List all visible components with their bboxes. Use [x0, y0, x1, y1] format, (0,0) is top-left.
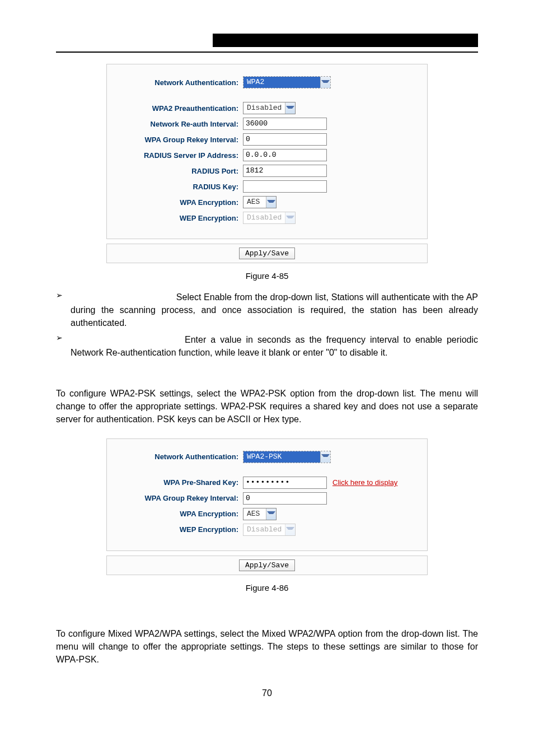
paragraph-wpa2psk: To configure WPA2-PSK settings, select t…	[56, 387, 478, 426]
input-radius-port[interactable]: 1812	[243, 165, 327, 177]
bullet-text: Network Re-auth Interval: Enter a value …	[71, 333, 478, 359]
chevron-down-icon	[285, 524, 295, 535]
input-group-rekey-2[interactable]: 0	[243, 492, 327, 505]
input-psk[interactable]: •••••••••	[243, 477, 327, 489]
select-wpa-encryption-2-value: AES	[243, 508, 266, 520]
select-wpa2-preauth[interactable]: Disabled	[243, 102, 296, 114]
apply-save-button-2[interactable]: Apply/Save	[239, 559, 295, 571]
chevron-down-icon	[320, 451, 330, 463]
section-heading-wpa2psk: 5. WPA2-PSK	[56, 365, 116, 375]
select-network-auth-2[interactable]: WPA2-PSK	[243, 451, 331, 463]
bullet-wpa2-preauth: ➢ WPA2 Preauthentication: Select Enable …	[56, 291, 478, 330]
page-container: Network Authentication: WPA2 WPA2 Preaut…	[0, 0, 534, 721]
bullet-text: WPA2 Preauthentication: Select Enable fr…	[71, 291, 478, 330]
label-network-auth: Network Authentication:	[107, 78, 243, 87]
bullet-icon: ➢	[56, 291, 71, 330]
select-network-auth[interactable]: WPA2	[243, 76, 331, 88]
header-obscured-bar	[213, 34, 478, 47]
label-wep-encryption: WEP Encryption:	[107, 214, 243, 222]
chevron-down-icon	[266, 197, 276, 208]
label-radius-key: RADIUS Key:	[107, 183, 243, 191]
label-group-rekey: WPA Group Rekey Interval:	[107, 136, 243, 144]
select-wep-encryption-2: Disabled	[243, 524, 296, 536]
select-network-auth-value: WPA2	[243, 77, 320, 88]
input-radius-ip[interactable]: 0.0.0.0	[243, 149, 327, 161]
select-wpa-encryption[interactable]: AES	[243, 196, 277, 208]
apply-save-button[interactable]: Apply/Save	[239, 248, 295, 259]
label-radius-port: RADIUS Port:	[107, 167, 243, 175]
input-group-rekey[interactable]: 0	[243, 133, 327, 146]
label-network-auth-2: Network Authentication:	[107, 452, 243, 461]
label-reauth-interval: Network Re-auth Interval:	[107, 120, 243, 128]
wpa2-settings-panel: Network Authentication: WPA2 WPA2 Preaut…	[106, 64, 428, 239]
select-wep-encryption-2-value: Disabled	[243, 524, 285, 535]
section-heading-mixed: 6. Mixed WPA2/WPA	[56, 605, 145, 615]
figure-caption-486: Figure 4-86	[56, 583, 478, 592]
select-wep-encryption-value: Disabled	[243, 212, 285, 223]
chevron-down-icon	[320, 77, 330, 88]
label-wpa-encryption: WPA Encryption:	[107, 198, 243, 207]
select-wep-encryption: Disabled	[243, 212, 296, 224]
select-wpa2-preauth-value: Disabled	[243, 102, 285, 114]
apply-save-row: Apply/Save	[106, 244, 428, 263]
figure-caption-485: Figure 4-85	[56, 271, 478, 281]
label-group-rekey-2: WPA Group Rekey Interval:	[107, 494, 243, 502]
bullet-reauth-interval: ➢ Network Re-auth Interval: Enter a valu…	[56, 333, 478, 359]
input-radius-key[interactable]	[243, 180, 327, 193]
chevron-down-icon	[266, 508, 276, 520]
apply-save-row-2: Apply/Save	[106, 556, 428, 575]
label-radius-ip: RADIUS Server IP Address:	[107, 151, 243, 160]
select-wpa-encryption-value: AES	[243, 197, 266, 208]
select-network-auth-2-value: WPA2-PSK	[243, 451, 320, 463]
bullet-icon: ➢	[56, 333, 71, 359]
chevron-down-icon	[285, 212, 295, 223]
input-reauth-interval[interactable]: 36000	[243, 118, 327, 130]
label-psk: WPA Pre-Shared Key:	[107, 478, 243, 487]
label-wpa-encryption-2: WPA Encryption:	[107, 510, 243, 518]
page-number: 70	[56, 688, 478, 698]
select-wpa-encryption-2[interactable]: AES	[243, 508, 277, 520]
wpa2psk-settings-panel: Network Authentication: WPA2-PSK WPA Pre…	[106, 438, 428, 551]
link-display-psk[interactable]: Click here to display	[332, 478, 397, 487]
header-divider	[56, 52, 478, 53]
label-wep-encryption-2: WEP Encryption:	[107, 525, 243, 534]
chevron-down-icon	[285, 102, 295, 114]
paragraph-mixed: To configure Mixed WPA2/WPA settings, se…	[56, 627, 478, 666]
label-wpa2-preauth: WPA2 Preauthentication:	[107, 104, 243, 113]
